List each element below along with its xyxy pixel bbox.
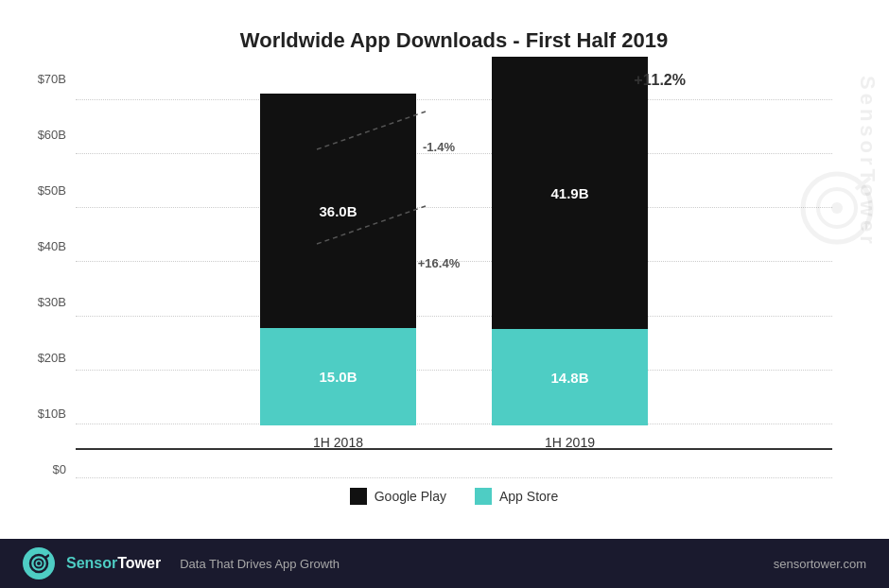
bar-label-2018: 1H 2018 — [313, 435, 363, 450]
legend-color-app-store — [475, 488, 492, 505]
grid-0 — [76, 477, 832, 478]
footer-left: SensorTower Data That Drives App Growth — [23, 547, 340, 579]
bar-stack-2019: 14.8B 41.9B — [492, 57, 648, 425]
legend-item-app-store: App Store — [475, 488, 558, 505]
y-label-0: $0 — [19, 462, 66, 476]
bar-group-2018: 15.0B 36.0B 1H 2018 — [260, 94, 416, 450]
footer-tagline: Data That Drives App Growth — [180, 557, 340, 571]
svg-point-2 — [831, 202, 843, 214]
legend-label-google-play: Google Play — [375, 489, 446, 504]
y-label-30: $30B — [19, 295, 66, 309]
app-store-value-2018: 15.0B — [319, 369, 357, 385]
bar-label-2019: 1H 2019 — [545, 435, 595, 450]
google-play-bar-2018: 36.0B — [260, 94, 416, 328]
watermark-icon — [799, 170, 875, 246]
bar-group-2019: 14.8B 41.9B 1H 2019 — [492, 57, 648, 450]
footer-url: sensortower.com — [774, 557, 866, 571]
y-label-70: $70B — [19, 72, 66, 86]
footer-logo-icon — [28, 553, 49, 574]
chart-area: $0 $10B $20B $30B $40B $50B $60B $70B — [76, 72, 832, 478]
annotation-google-play-change: +16.4% — [418, 256, 460, 270]
y-axis: $0 $10B $20B $30B $40B $50B $60B $70B — [19, 72, 66, 478]
footer-brand-text: SensorTower — [66, 555, 161, 572]
brand-sensor: Sensor — [66, 555, 117, 571]
y-label-20: $20B — [19, 351, 66, 365]
y-label-10: $10B — [19, 406, 66, 421]
chart-container: Worldwide App Downloads - First Half 201… — [0, 0, 889, 539]
footer-bar: SensorTower Data That Drives App Growth … — [0, 539, 889, 588]
app-store-value-2019: 14.8B — [550, 370, 588, 386]
chart-title: Worldwide App Downloads - First Half 201… — [76, 28, 832, 53]
app-store-bar-2018: 15.0B — [260, 328, 416, 425]
legend-item-google-play: Google Play — [350, 488, 446, 505]
google-play-bar-2019: 41.9B — [492, 57, 648, 329]
annotation-total-change: +11.2% — [634, 72, 686, 89]
app-store-bar-2019: 14.8B — [492, 329, 648, 425]
brand-tower: Tower — [117, 555, 161, 571]
svg-point-6 — [37, 562, 41, 565]
google-play-value-2019: 41.9B — [550, 185, 588, 201]
legend-label-app-store: App Store — [499, 489, 558, 504]
svg-line-7 — [45, 555, 49, 558]
y-label-50: $50B — [19, 183, 66, 198]
y-label-40: $40B — [19, 239, 66, 253]
footer-logo — [23, 547, 55, 579]
google-play-value-2018: 36.0B — [319, 203, 357, 219]
legend: Google Play App Store — [76, 488, 832, 505]
bar-stack-2018: 15.0B 36.0B — [260, 94, 416, 425]
legend-color-google-play — [350, 488, 367, 505]
annotation-app-store-change: -1.4% — [423, 140, 455, 154]
y-label-60: $60B — [19, 128, 66, 142]
